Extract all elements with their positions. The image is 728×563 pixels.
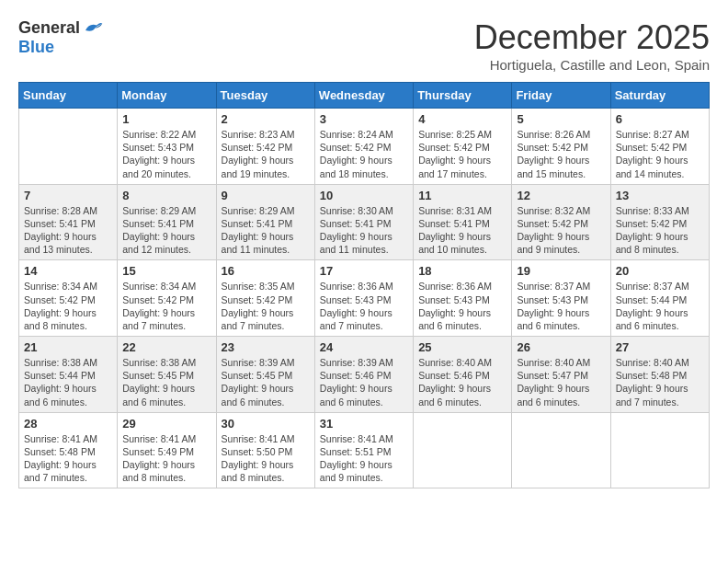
day-info: Sunrise: 8:26 AM Sunset: 5:42 PM Dayligh… (517, 128, 605, 180)
calendar-cell: 7Sunrise: 8:28 AM Sunset: 5:41 PM Daylig… (19, 184, 118, 260)
calendar-cell: 2Sunrise: 8:23 AM Sunset: 5:42 PM Daylig… (216, 109, 314, 185)
day-number: 4 (418, 112, 506, 126)
calendar-cell: 8Sunrise: 8:29 AM Sunset: 5:41 PM Daylig… (118, 184, 216, 260)
calendar-cell: 9Sunrise: 8:29 AM Sunset: 5:41 PM Daylig… (216, 184, 314, 260)
calendar-week-row: 21Sunrise: 8:38 AM Sunset: 5:44 PM Dayli… (19, 337, 710, 413)
calendar-cell: 12Sunrise: 8:32 AM Sunset: 5:42 PM Dayli… (512, 184, 610, 260)
day-info: Sunrise: 8:37 AM Sunset: 5:43 PM Dayligh… (517, 280, 605, 332)
calendar-week-row: 14Sunrise: 8:34 AM Sunset: 5:42 PM Dayli… (19, 260, 710, 337)
day-info: Sunrise: 8:29 AM Sunset: 5:41 PM Dayligh… (122, 204, 210, 257)
title-section: December 2025 Hortiguela, Castille and L… (474, 18, 710, 73)
day-number: 11 (418, 189, 506, 202)
logo-general-text: General (18, 18, 80, 38)
day-info: Sunrise: 8:22 AM Sunset: 5:43 PM Dayligh… (122, 128, 210, 180)
calendar-cell: 4Sunrise: 8:25 AM Sunset: 5:42 PM Daylig… (414, 109, 512, 185)
calendar-cell: 19Sunrise: 8:37 AM Sunset: 5:43 PM Dayli… (512, 260, 610, 337)
calendar-cell: 25Sunrise: 8:40 AM Sunset: 5:46 PM Dayli… (414, 337, 512, 413)
day-info: Sunrise: 8:40 AM Sunset: 5:48 PM Dayligh… (616, 356, 704, 408)
day-number: 13 (616, 189, 704, 202)
day-number: 1 (122, 112, 210, 126)
day-info: Sunrise: 8:33 AM Sunset: 5:42 PM Dayligh… (616, 204, 704, 257)
day-number: 8 (122, 189, 210, 202)
calendar-cell (414, 412, 512, 488)
calendar-cell: 20Sunrise: 8:37 AM Sunset: 5:44 PM Dayli… (610, 260, 709, 337)
day-info: Sunrise: 8:39 AM Sunset: 5:46 PM Dayligh… (320, 356, 408, 408)
day-info: Sunrise: 8:36 AM Sunset: 5:43 PM Dayligh… (418, 280, 506, 332)
day-number: 12 (517, 189, 605, 202)
day-number: 23 (222, 340, 310, 354)
weekday-header-saturday: Saturday (610, 83, 709, 109)
day-number: 19 (517, 264, 605, 278)
calendar-cell: 23Sunrise: 8:39 AM Sunset: 5:45 PM Dayli… (216, 337, 314, 413)
day-info: Sunrise: 8:41 AM Sunset: 5:51 PM Dayligh… (320, 432, 408, 485)
day-number: 22 (122, 340, 210, 354)
calendar-cell: 13Sunrise: 8:33 AM Sunset: 5:42 PM Dayli… (610, 184, 709, 260)
day-info: Sunrise: 8:31 AM Sunset: 5:41 PM Dayligh… (418, 204, 506, 257)
day-info: Sunrise: 8:34 AM Sunset: 5:42 PM Dayligh… (122, 280, 210, 332)
calendar-cell: 11Sunrise: 8:31 AM Sunset: 5:41 PM Dayli… (414, 184, 512, 260)
calendar-table: SundayMondayTuesdayWednesdayThursdayFrid… (18, 82, 710, 488)
day-number: 25 (418, 340, 506, 354)
calendar-cell: 17Sunrise: 8:36 AM Sunset: 5:43 PM Dayli… (314, 260, 413, 337)
calendar-cell: 31Sunrise: 8:41 AM Sunset: 5:51 PM Dayli… (314, 412, 413, 488)
calendar-cell: 22Sunrise: 8:38 AM Sunset: 5:45 PM Dayli… (118, 337, 216, 413)
calendar-cell (512, 412, 610, 488)
day-number: 29 (122, 417, 210, 431)
day-number: 16 (222, 264, 310, 278)
day-info: Sunrise: 8:39 AM Sunset: 5:45 PM Dayligh… (222, 356, 310, 408)
weekday-header-monday: Monday (118, 83, 216, 109)
weekday-header-tuesday: Tuesday (216, 83, 314, 109)
day-info: Sunrise: 8:25 AM Sunset: 5:42 PM Dayligh… (418, 128, 506, 180)
month-title: December 2025 (474, 18, 710, 57)
day-number: 17 (320, 264, 408, 278)
day-info: Sunrise: 8:40 AM Sunset: 5:47 PM Dayligh… (517, 356, 605, 408)
day-info: Sunrise: 8:36 AM Sunset: 5:43 PM Dayligh… (320, 280, 408, 332)
day-info: Sunrise: 8:30 AM Sunset: 5:41 PM Dayligh… (320, 204, 408, 257)
calendar-cell (19, 109, 118, 185)
calendar-cell: 6Sunrise: 8:27 AM Sunset: 5:42 PM Daylig… (610, 109, 709, 185)
day-number: 26 (517, 340, 605, 354)
day-number: 21 (24, 340, 112, 354)
day-info: Sunrise: 8:40 AM Sunset: 5:46 PM Dayligh… (418, 356, 506, 408)
calendar-cell: 28Sunrise: 8:41 AM Sunset: 5:48 PM Dayli… (19, 412, 118, 488)
day-number: 24 (320, 340, 408, 354)
day-number: 27 (616, 340, 704, 354)
day-number: 18 (418, 264, 506, 278)
day-info: Sunrise: 8:37 AM Sunset: 5:44 PM Dayligh… (616, 280, 704, 332)
calendar-cell: 10Sunrise: 8:30 AM Sunset: 5:41 PM Dayli… (314, 184, 413, 260)
calendar-cell (610, 412, 709, 488)
day-info: Sunrise: 8:35 AM Sunset: 5:42 PM Dayligh… (222, 280, 310, 332)
calendar-week-row: 28Sunrise: 8:41 AM Sunset: 5:48 PM Dayli… (19, 412, 710, 488)
day-number: 7 (24, 189, 112, 202)
calendar-cell: 5Sunrise: 8:26 AM Sunset: 5:42 PM Daylig… (512, 109, 610, 185)
day-number: 31 (320, 417, 408, 431)
day-info: Sunrise: 8:41 AM Sunset: 5:50 PM Dayligh… (222, 432, 310, 485)
day-number: 28 (24, 417, 112, 431)
calendar-cell: 1Sunrise: 8:22 AM Sunset: 5:43 PM Daylig… (118, 109, 216, 185)
day-info: Sunrise: 8:24 AM Sunset: 5:42 PM Dayligh… (320, 128, 408, 180)
day-info: Sunrise: 8:38 AM Sunset: 5:44 PM Dayligh… (24, 356, 112, 408)
calendar-cell: 26Sunrise: 8:40 AM Sunset: 5:47 PM Dayli… (512, 337, 610, 413)
calendar-cell: 15Sunrise: 8:34 AM Sunset: 5:42 PM Dayli… (118, 260, 216, 337)
location-text: Hortiguela, Castille and Leon, Spain (474, 57, 710, 73)
day-number: 20 (616, 264, 704, 278)
day-number: 14 (24, 264, 112, 278)
day-info: Sunrise: 8:41 AM Sunset: 5:49 PM Dayligh… (122, 432, 210, 485)
logo-blue-text: Blue (18, 38, 54, 57)
day-number: 9 (222, 189, 310, 202)
calendar-cell: 27Sunrise: 8:40 AM Sunset: 5:48 PM Dayli… (610, 337, 709, 413)
day-info: Sunrise: 8:29 AM Sunset: 5:41 PM Dayligh… (222, 204, 310, 257)
day-info: Sunrise: 8:38 AM Sunset: 5:45 PM Dayligh… (122, 356, 210, 408)
calendar-cell: 29Sunrise: 8:41 AM Sunset: 5:49 PM Dayli… (118, 412, 216, 488)
day-number: 15 (122, 264, 210, 278)
day-info: Sunrise: 8:34 AM Sunset: 5:42 PM Dayligh… (24, 280, 112, 332)
weekday-header-friday: Friday (512, 83, 610, 109)
calendar-header: SundayMondayTuesdayWednesdayThursdayFrid… (19, 83, 710, 109)
calendar-cell: 14Sunrise: 8:34 AM Sunset: 5:42 PM Dayli… (19, 260, 118, 337)
weekday-header-sunday: Sunday (19, 83, 118, 109)
calendar-cell: 16Sunrise: 8:35 AM Sunset: 5:42 PM Dayli… (216, 260, 314, 337)
weekday-header-wednesday: Wednesday (314, 83, 413, 109)
calendar-cell: 24Sunrise: 8:39 AM Sunset: 5:46 PM Dayli… (314, 337, 413, 413)
calendar-cell: 21Sunrise: 8:38 AM Sunset: 5:44 PM Dayli… (19, 337, 118, 413)
calendar-cell: 3Sunrise: 8:24 AM Sunset: 5:42 PM Daylig… (314, 109, 413, 185)
